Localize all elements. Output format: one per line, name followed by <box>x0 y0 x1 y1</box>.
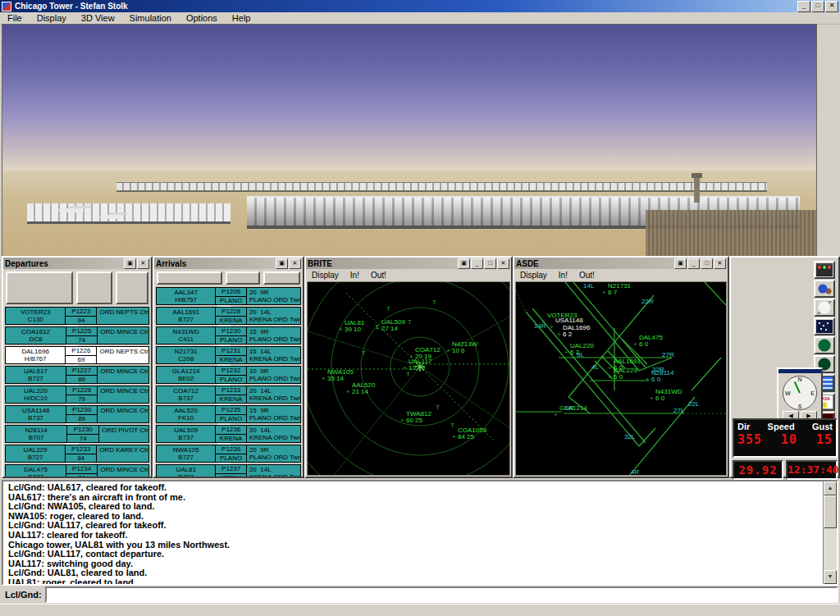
flight-strip-dal1696[interactable]: DAL1696H/B767P122669ORD NEPTS Ctr <box>5 346 149 364</box>
brite-target-nwa105[interactable]: NWA105 35 14 <box>327 369 354 382</box>
asde-target-dal1696[interactable]: DAL1696 6 2 <box>563 325 590 338</box>
bay-column <box>263 271 300 285</box>
flight-strip-gla1214[interactable]: GLA1214BE02P1232PLANO10 9RPLANO ORD Twr <box>156 366 301 384</box>
brite-target-ual117[interactable]: UAL117 13 19 <box>409 358 431 372</box>
sky <box>2 25 816 173</box>
asde-close-button[interactable]: ✕ <box>714 258 726 269</box>
flight-strip-coa1612[interactable]: COA1612DC8P122574ORD MINCE Ctr <box>5 326 149 345</box>
asde-maximize-button[interactable]: □ <box>701 258 713 269</box>
log-scrollbar[interactable]: ▲ ▼ <box>823 481 837 584</box>
brite-menu-in[interactable]: In! <box>345 271 365 280</box>
strip-route-cell: 20 14LKRENA ORD Twr <box>247 308 300 324</box>
flight-strip-ual229[interactable]: UAL229B727P123384ORD KAREY Ctr <box>5 445 149 463</box>
flight-strip-dal475[interactable]: DAL475B727P123484ORD MINCE Ctr <box>5 464 149 477</box>
flight-strip-aal520[interactable]: AAL520FK10P1235PLANO15 9RPLANO ORD Twr <box>156 405 301 423</box>
flight-strip-n28114[interactable]: N28114B707P123074ORD PIVOT Ctr <box>5 425 149 443</box>
brite-target-ual509[interactable]: UAL509 27 14 <box>381 319 405 332</box>
menu-simulation[interactable]: Simulation <box>122 13 179 23</box>
flight-strip-ual617[interactable]: UAL617B727P122789ORD MINCE Ctr <box>5 366 149 384</box>
brite-maximize-button[interactable]: □ <box>484 258 496 269</box>
brite-target-coa1059[interactable]: COA1059 84 25 <box>458 427 486 440</box>
flight-strip-aal1691[interactable]: AAL1691B727P1228KRENA20 14LKRENA ORD Twr <box>156 307 301 325</box>
strip-aircraft-cell: AAL347H/B757 <box>157 288 216 304</box>
strip-number: P1231 <box>216 347 246 356</box>
flight-strip-aal347[interactable]: AAL347H/B757P1206PLANO20 9RPLANO ORD Twr <box>156 287 301 305</box>
maximize-button[interactable]: □ <box>811 1 824 12</box>
asde-minimize-button[interactable]: _ <box>687 258 700 269</box>
brite-target-ual81[interactable]: UAL81 39 10 <box>345 320 364 333</box>
asde-target-n431wd[interactable]: N431WD 6 0 <box>655 389 682 402</box>
minimize-button[interactable]: _ <box>797 1 810 12</box>
strip-aircraft-cell: USA1148B737 <box>6 406 66 422</box>
strip-code: 89 <box>66 415 97 423</box>
compass-south-label: S <box>798 404 802 409</box>
strip-aircraft-type: FK10 <box>157 414 215 422</box>
status-bar <box>0 604 840 616</box>
flight-strip-coa712[interactable]: COA712B737P1233KRENA20 14LKRENA ORD Twr <box>156 386 301 404</box>
command-input[interactable] <box>45 586 838 603</box>
brite-minimize-button[interactable]: _ <box>471 258 483 269</box>
sim-clock: 12:37:40 <box>786 460 838 480</box>
flight-strip-ual81[interactable]: UAL81B727P1237KRENA20 14LKRENA ORD Twr <box>156 464 301 477</box>
departures-detach-button[interactable]: ▣ <box>124 258 136 269</box>
radio-console-button[interactable] <box>814 261 835 279</box>
night-view-button[interactable] <box>814 317 835 335</box>
west-concourse <box>27 203 231 224</box>
scroll-down-button[interactable]: ▼ <box>824 570 837 584</box>
wind-compass: N E S W <box>783 376 817 410</box>
close-button[interactable]: ✕ <box>825 1 838 12</box>
asde-menu-in[interactable]: In! <box>553 271 573 280</box>
menu-3dview[interactable]: 3D View <box>74 13 122 23</box>
departures-close-button[interactable]: ✕ <box>137 258 149 269</box>
strip-route-line1: 15 9R <box>249 407 300 414</box>
brite-detach-button[interactable]: ▣ <box>458 258 470 269</box>
strip-code: KRENA <box>216 395 246 404</box>
arrivals-detach-button[interactable]: ▣ <box>276 258 288 269</box>
brite-radar-button[interactable] <box>814 336 835 354</box>
tower-3d-view[interactable] <box>2 24 817 258</box>
asde-menu-out[interactable]: Out! <box>573 271 600 280</box>
flight-strip-usa1148[interactable]: USA1148B737P123089ORD MINCE Ctr <box>5 405 149 423</box>
asde-target-usa1148[interactable]: USA1148 <box>555 317 583 324</box>
strip-id-cell: P1230PLANO <box>216 327 247 344</box>
flight-strip-voter23[interactable]: VOTER23C130P122394ORD NEPTS Ctr <box>5 307 149 325</box>
menu-file[interactable]: File <box>0 13 30 23</box>
asde-target-n21731[interactable]: N21731 6 7 <box>608 283 631 296</box>
brite-target-twa812[interactable]: TWA812 60 25 <box>406 411 431 424</box>
asde-menu-display[interactable]: Display <box>514 271 553 280</box>
strip-callsign: NWA105 <box>157 446 215 454</box>
flight-strip-ual509[interactable]: UAL509B737P1236KRENA20 14LKRENA ORD Twr <box>156 425 301 443</box>
brite-target-aal520[interactable]: AAL520 21 14 <box>352 382 375 395</box>
strip-aircraft-cell: DAL475B727 <box>6 465 66 477</box>
globe-button[interactable] <box>814 299 835 317</box>
menu-options[interactable]: Options <box>179 13 225 23</box>
strip-route-cell: 15 9RPLANO ORD Twr <box>247 406 300 422</box>
scroll-track[interactable] <box>824 495 837 570</box>
asde-radar-scope[interactable]: N21731 6 7VOTER23USA1148DAL1696 6 2UAL22… <box>515 281 727 476</box>
asde-detach-button[interactable]: ▣ <box>674 258 687 269</box>
scroll-thumb[interactable] <box>824 495 837 528</box>
strip-route-line2: PLANO ORD Twr <box>249 375 300 382</box>
brite-menu-out[interactable]: Out! <box>365 271 392 280</box>
asde-title-bar: ASDE ▣ _ □ ✕ <box>514 258 728 269</box>
flight-strip-ual220[interactable]: UAL220H/DC10P122879ORD MINCE Ctr <box>5 386 149 404</box>
strip-route-line1: ORD NEPTS Ctr <box>99 348 148 355</box>
menu-display[interactable]: Display <box>30 13 74 23</box>
flight-strip-nwa105[interactable]: NWA105B727P1236PLANO20 9RPLANO ORD Twr <box>156 445 301 463</box>
menu-help[interactable]: Help <box>225 13 258 23</box>
strip-code: KRENA <box>216 356 246 364</box>
strip-route-line2: KRENA ORD Twr <box>249 434 300 441</box>
strip-aircraft-type: B737 <box>6 414 66 422</box>
brite-target-n4213w[interactable]: N4213W 10 6 <box>452 341 477 354</box>
brite-menu-display[interactable]: Display <box>306 271 345 280</box>
brite-close-button[interactable]: ✕ <box>497 258 509 269</box>
flight-strip-n431wd[interactable]: N431WDC411P1230PLANO15 9RPLANO ORD Twr <box>156 326 301 345</box>
asde-target-dal229[interactable]: DAL229 6 0 <box>614 367 637 381</box>
coffee-mug-button[interactable] <box>814 280 835 298</box>
scroll-up-button[interactable]: ▲ <box>824 481 837 495</box>
asde-target-dal475[interactable]: DAL475 6 0 <box>639 335 663 348</box>
brite-radar-scope[interactable]: UAL81 39 10UAL509 27 14N4213W 10 6COA712… <box>307 281 510 476</box>
arrivals-close-button[interactable]: ✕ <box>289 258 301 269</box>
flight-strip-n21731[interactable]: N21731C208P1231KRENA15 14LKRENA ORD Twr <box>156 346 301 364</box>
strip-aircraft-cell: N431WDC411 <box>157 327 216 344</box>
